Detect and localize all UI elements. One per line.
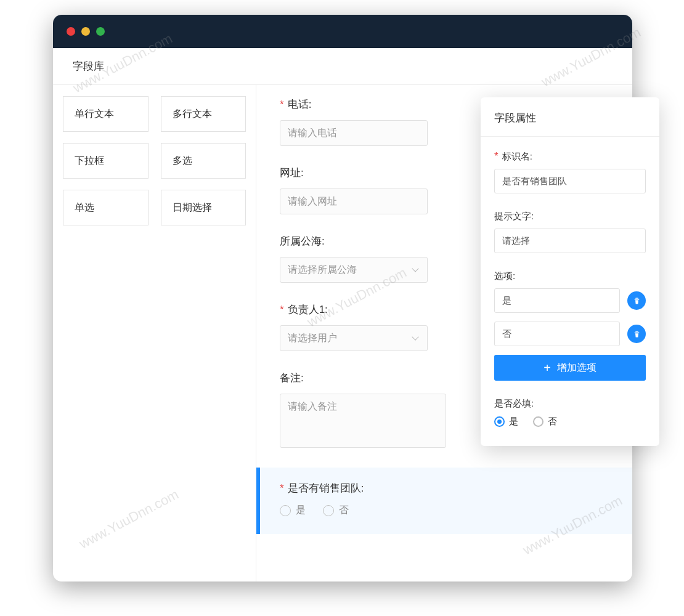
section-header: 字段库 xyxy=(53,48,632,85)
window-minimize-icon[interactable] xyxy=(81,27,90,36)
delete-option-button[interactable] xyxy=(627,325,646,343)
required-asterisk: * xyxy=(280,99,284,110)
prop-label: *标识名: xyxy=(494,150,646,163)
field-library-panel: 单行文本 多行文本 下拉框 多选 单选 日期选择 xyxy=(53,85,256,582)
placeholder-text: 请输入网址 xyxy=(288,195,337,208)
phone-input[interactable]: 请输入电话 xyxy=(280,120,428,146)
window-close-icon[interactable] xyxy=(67,27,75,36)
radio-label: 是 xyxy=(296,504,306,517)
required-asterisk: * xyxy=(280,482,284,494)
prop-required: 是否必填: 是 否 xyxy=(494,398,646,428)
required-yes-option[interactable]: 是 xyxy=(494,416,518,428)
field-type-select[interactable]: 下拉框 xyxy=(63,143,149,179)
field-type-label: 单行文本 xyxy=(75,108,114,121)
add-option-button[interactable]: + 增加选项 xyxy=(494,355,646,381)
field-type-label: 多选 xyxy=(173,155,192,168)
radio-icon xyxy=(323,505,334,516)
input-value: 请选择 xyxy=(502,235,530,247)
placeholder-text: 请选择所属公海 xyxy=(288,264,357,277)
field-type-label: 单选 xyxy=(75,201,94,214)
radio-label: 否 xyxy=(339,504,349,517)
radio-label: 否 xyxy=(548,416,557,428)
field-type-date[interactable]: 日期选择 xyxy=(161,190,246,225)
owner-select[interactable]: 请选择用户 xyxy=(280,325,428,351)
required-asterisk: * xyxy=(280,304,284,315)
chevron-down-icon xyxy=(411,334,420,342)
identifier-input[interactable]: 是否有销售团队 xyxy=(494,169,646,193)
plus-icon: + xyxy=(544,362,551,374)
button-label: 增加选项 xyxy=(557,362,596,375)
field-type-single-line[interactable]: 单行文本 xyxy=(63,96,149,132)
placeholder-text: 请输入电话 xyxy=(288,127,337,140)
prop-identifier: *标识名: 是否有销售团队 xyxy=(494,150,646,193)
radio-icon xyxy=(533,416,544,427)
radio-icon xyxy=(494,416,505,427)
field-type-multi-line[interactable]: 多行文本 xyxy=(161,96,246,132)
prop-hint: 提示文字: 请选择 xyxy=(494,211,646,253)
input-value: 是否有销售团队 xyxy=(502,176,567,187)
field-type-label: 日期选择 xyxy=(173,201,212,214)
placeholder-text: 请选择用户 xyxy=(288,332,337,345)
window-zoom-icon[interactable] xyxy=(96,27,105,36)
field-has-sales-team[interactable]: *是否有销售团队: 是 否 xyxy=(256,468,632,534)
public-sea-select[interactable]: 请选择所属公海 xyxy=(280,257,428,283)
field-type-label: 多行文本 xyxy=(173,108,212,121)
input-value: 否 xyxy=(502,328,511,340)
radio-option-no[interactable]: 否 xyxy=(323,504,349,517)
chevron-down-icon xyxy=(411,265,420,274)
url-input[interactable]: 请输入网址 xyxy=(280,188,428,214)
option-input[interactable]: 否 xyxy=(494,322,620,346)
prop-options: 选项: 是 否 + 增加选项 xyxy=(494,270,646,381)
field-type-multi-select[interactable]: 多选 xyxy=(161,143,246,179)
radio-icon xyxy=(280,505,291,516)
field-label: *是否有销售团队: xyxy=(280,481,613,495)
option-row: 是 xyxy=(494,288,646,313)
prop-label: 选项: xyxy=(494,270,646,282)
field-type-radio[interactable]: 单选 xyxy=(63,190,149,225)
field-properties-panel: 字段属性 *标识名: 是否有销售团队 提示文字: 请选择 选项: 是 xyxy=(481,97,659,446)
radio-label: 是 xyxy=(509,416,518,428)
remark-textarea[interactable]: 请输入备注 xyxy=(280,394,446,448)
window-titlebar xyxy=(53,15,632,48)
option-row: 否 xyxy=(494,322,646,346)
hint-input[interactable]: 请选择 xyxy=(494,229,646,253)
placeholder-text: 请输入备注 xyxy=(288,401,337,411)
section-title: 字段库 xyxy=(73,59,104,73)
required-no-option[interactable]: 否 xyxy=(533,416,557,428)
required-asterisk: * xyxy=(494,150,499,162)
prop-label: 是否必填: xyxy=(494,398,646,410)
prop-label: 提示文字: xyxy=(494,211,646,222)
input-value: 是 xyxy=(502,295,511,307)
panel-title: 字段属性 xyxy=(481,111,659,136)
trash-icon xyxy=(632,296,641,306)
trash-icon xyxy=(632,330,641,339)
option-input[interactable]: 是 xyxy=(494,288,620,313)
field-type-label: 下拉框 xyxy=(75,155,104,168)
delete-option-button[interactable] xyxy=(627,291,646,310)
radio-option-yes[interactable]: 是 xyxy=(280,504,306,517)
